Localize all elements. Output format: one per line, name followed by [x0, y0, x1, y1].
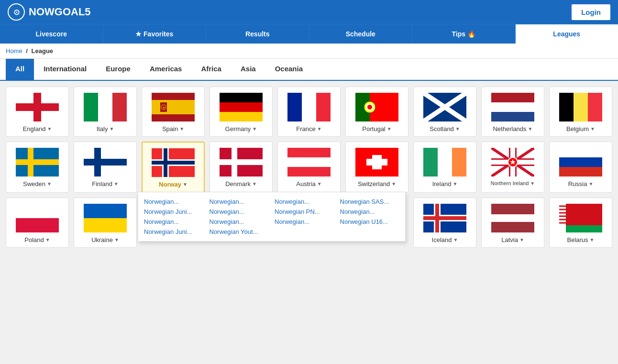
dropdown-item: [275, 228, 334, 235]
country-finland[interactable]: Finland ▼: [74, 142, 137, 193]
svg-rect-50: [366, 159, 387, 165]
country-name-italy: Italy ▼: [97, 125, 114, 132]
flag-northern-ireland: [491, 148, 534, 176]
flag-belgium: [559, 93, 602, 121]
dropdown-item[interactable]: Norwegian...: [144, 198, 204, 205]
country-name-iceland: Iceland ▼: [432, 236, 458, 243]
tab-americas[interactable]: Americas: [140, 59, 192, 80]
flag-ireland: [423, 148, 466, 176]
tab-asia[interactable]: Asia: [231, 59, 265, 80]
nav-results[interactable]: Results: [206, 24, 309, 44]
dropdown-item[interactable]: Norwegian Yout...: [210, 228, 269, 235]
country-belgium[interactable]: Belgium ▼: [549, 87, 612, 137]
tab-europe[interactable]: Europe: [96, 59, 140, 80]
svg-point-21: [367, 105, 372, 110]
tab-africa[interactable]: Africa: [191, 59, 231, 80]
svg-rect-29: [574, 93, 588, 121]
tab-oceania[interactable]: Oceania: [265, 59, 312, 80]
country-germany[interactable]: Germany ▼: [210, 87, 273, 137]
dropdown-item[interactable]: Norwegian...: [210, 208, 269, 215]
svg-rect-52: [438, 148, 452, 176]
flag-latvia: [491, 204, 534, 232]
country-italy[interactable]: Italy ▼: [74, 87, 137, 137]
svg-rect-79: [559, 204, 566, 232]
country-belarus[interactable]: Belarus ▼: [549, 198, 612, 248]
dropdown-item[interactable]: Norwegian...: [210, 218, 269, 225]
nav-schedule[interactable]: Schedule: [309, 24, 413, 44]
dropdown-item[interactable]: Norwegian...: [275, 218, 334, 225]
svg-rect-13: [220, 112, 263, 121]
country-portugal[interactable]: Portugal ▼: [345, 87, 408, 137]
flag-russia: [559, 148, 602, 176]
dropdown-item: [340, 228, 400, 235]
nav-leagues[interactable]: Leagues: [516, 24, 618, 44]
breadcrumb-home[interactable]: Home: [6, 47, 22, 55]
country-name-denmark: Denmark ▼: [225, 180, 257, 188]
flag-spain: ⚜: [152, 93, 195, 121]
country-latvia[interactable]: Latvia ▼: [481, 198, 544, 248]
dropdown-item[interactable]: Norwegian PN...: [275, 208, 334, 215]
flag-france: [287, 93, 331, 121]
login-button[interactable]: Login: [572, 4, 610, 20]
tab-international[interactable]: International: [34, 59, 96, 80]
country-norway[interactable]: Norway ▼ Norwegian... Norwegian... Norwe…: [142, 142, 205, 193]
country-sweden[interactable]: Sweden ▼: [6, 142, 69, 193]
country-name-spain: Spain ▼: [162, 125, 184, 132]
dropdown-item[interactable]: Norwegian U16...: [340, 218, 400, 225]
nav-bar: Livescore ★ Favorites Results Schedule T…: [0, 24, 618, 44]
country-switzerland[interactable]: Switzerland ▼: [345, 142, 408, 193]
svg-rect-30: [588, 93, 602, 121]
country-name-belgium: Belgium ▼: [566, 125, 595, 132]
dropdown-item[interactable]: Norwegian Juni...: [144, 208, 204, 215]
dropdown-item[interactable]: Norwegian...: [144, 218, 204, 225]
dropdown-item[interactable]: Norwegian Juni...: [144, 228, 204, 235]
svg-rect-14: [287, 93, 302, 121]
flag-iceland: [423, 204, 466, 232]
flag-norway: [152, 148, 195, 177]
flag-switzerland: [355, 148, 398, 176]
svg-rect-51: [423, 148, 438, 176]
dropdown-item[interactable]: Norwegian...: [340, 208, 400, 215]
country-iceland[interactable]: Iceland ▼: [413, 198, 476, 248]
logo-icon: ⊙: [8, 3, 25, 21]
country-england[interactable]: England ▼: [6, 87, 69, 137]
country-name-netherlands: Netherlands ▼: [493, 125, 532, 132]
dropdown-item[interactable]: Norwegian...: [210, 198, 269, 205]
country-france[interactable]: France ▼: [277, 87, 341, 137]
country-name-austria: Austria ▼: [296, 180, 321, 188]
country-scotland[interactable]: Scotland ▼: [413, 87, 476, 137]
country-name-portugal: Portugal ▼: [362, 125, 391, 132]
svg-rect-25: [491, 93, 534, 102]
country-poland[interactable]: Poland ▼: [6, 198, 69, 248]
country-name-russia: Russia ▼: [568, 180, 594, 188]
svg-rect-76: [491, 214, 534, 222]
country-name-belarus: Belarus ▼: [567, 236, 595, 243]
country-netherlands[interactable]: Netherlands ▼: [481, 87, 544, 137]
dropdown-item[interactable]: Norwegian SAS...: [340, 198, 400, 205]
svg-rect-2: [16, 103, 59, 111]
flag-italy: [84, 93, 127, 121]
category-tabs: All International Europe Americas Africa…: [0, 59, 618, 81]
flag-sweden: [16, 148, 59, 176]
nav-livescore[interactable]: Livescore: [0, 24, 103, 44]
country-austria[interactable]: Austria ▼: [277, 142, 341, 193]
flag-belarus: [559, 204, 602, 232]
logo: ⊙ NOWGOAL5: [8, 3, 91, 21]
header: ⊙ NOWGOAL5 Login: [0, 0, 618, 24]
tab-all[interactable]: All: [6, 59, 34, 80]
country-denmark[interactable]: Denmark ▼: [210, 142, 273, 193]
breadcrumb-current: League: [32, 47, 54, 55]
country-russia[interactable]: Russia ▼: [549, 142, 612, 193]
dropdown-item[interactable]: Norwegian...: [275, 198, 334, 205]
flag-germany: [220, 93, 263, 121]
country-name-latvia: Latvia ▼: [501, 236, 524, 243]
svg-rect-67: [16, 218, 59, 232]
country-ireland[interactable]: Ireland ▼: [413, 142, 476, 193]
country-ukraine[interactable]: Ukraine ▼: [74, 198, 137, 248]
nav-tips[interactable]: Tips 🔥: [412, 24, 516, 44]
country-northern-ireland[interactable]: Northern Ireland ▼: [481, 142, 544, 193]
flag-poland: [16, 204, 59, 232]
country-spain[interactable]: ⚜ Spain ▼: [142, 87, 205, 137]
svg-rect-63: [559, 148, 602, 157]
nav-favorites[interactable]: ★ Favorites: [103, 24, 207, 44]
